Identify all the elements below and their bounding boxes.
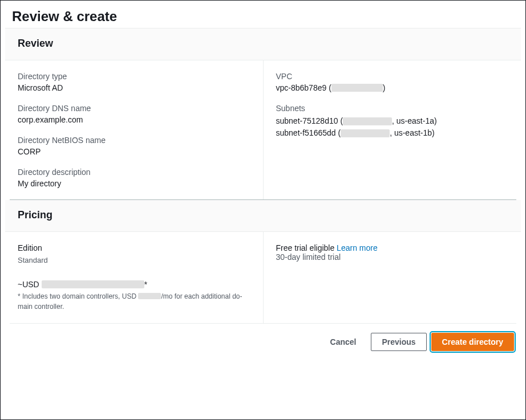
description-group: Directory description My directory [18, 168, 250, 188]
container: Review Directory type Microsoft AD Direc… [1, 28, 525, 365]
netbios-label: Directory NetBIOS name [18, 136, 250, 145]
edition-label: Edition [18, 243, 250, 252]
dns-name-value: corp.example.com [18, 115, 250, 124]
footer-actions: Cancel Previous Create directory [5, 324, 521, 360]
dns-name-label: Directory DNS name [18, 104, 250, 113]
subnet-2: subnet-f51665dd (, us-east-1b) [276, 127, 509, 139]
subnets-label: Subnets [276, 104, 509, 113]
vpc-group: VPC vpc-8b6b78e9 () [276, 72, 509, 92]
subnet-2-redacted [341, 129, 390, 137]
subnets-group: Subnets subnet-75128d10 (, us-east-1a) s… [276, 104, 509, 139]
page-title: Review & create [1, 1, 525, 28]
vpc-prefix: vpc-8b6b78e9 ( [276, 83, 331, 92]
directory-type-value: Microsoft AD [18, 83, 250, 92]
directory-type-label: Directory type [18, 72, 250, 81]
pricing-footnote-suffix: /mo for each additional do- [161, 292, 242, 300]
pricing-heading: Pricing [18, 209, 508, 221]
description-value: My directory [18, 179, 250, 188]
netbios-group: Directory NetBIOS name CORP [18, 136, 250, 156]
subnet-2-prefix: subnet-f51665dd ( [276, 128, 341, 137]
cancel-button[interactable]: Cancel [320, 333, 367, 351]
pricing-price-suffix: * [144, 280, 147, 289]
subnet-2-suffix: , us-east-1b) [390, 128, 435, 137]
pricing-price: ~USD * [18, 280, 250, 289]
pricing-right-col: Free trial eligible Learn more 30-day li… [263, 232, 521, 323]
pricing-footnote-line2: main controller. [18, 303, 64, 311]
subnet-1-redacted [343, 117, 392, 125]
pricing-section-header: Pricing [5, 200, 521, 232]
freetrial-value: 30-day limited trial [276, 252, 509, 262]
freetrial-label-row: Free trial eligible Learn more [276, 243, 509, 252]
create-directory-button[interactable]: Create directory [431, 333, 514, 351]
review-left-col: Directory type Microsoft AD Directory DN… [5, 60, 263, 199]
freetrial-label: Free trial eligible [276, 243, 337, 252]
review-right-col: VPC vpc-8b6b78e9 () Subnets subnet-75128… [263, 60, 521, 199]
subnet-1-prefix: subnet-75128d10 ( [276, 116, 343, 125]
review-section-header: Review [5, 28, 521, 60]
learn-more-link[interactable]: Learn more [337, 243, 378, 252]
edition-group: Edition Standard ~USD * * Includes two d… [18, 243, 250, 312]
description-label: Directory description [18, 168, 250, 177]
pricing-footnote-redacted [138, 293, 161, 299]
pricing-panel: Edition Standard ~USD * * Includes two d… [5, 232, 521, 323]
pricing-left-col: Edition Standard ~USD * * Includes two d… [5, 232, 263, 323]
netbios-value: CORP [18, 147, 250, 156]
vpc-redacted [331, 84, 383, 92]
vpc-value: vpc-8b6b78e9 () [276, 83, 509, 92]
previous-button[interactable]: Previous [371, 333, 426, 351]
directory-type-group: Directory type Microsoft AD [18, 72, 250, 92]
vpc-suffix: ) [383, 83, 386, 92]
pricing-price-redacted [42, 280, 144, 288]
pricing-footnote: * Includes two domain controllers, USD /… [18, 291, 250, 312]
freetrial-group: Free trial eligible Learn more 30-day li… [276, 243, 509, 262]
subnet-1: subnet-75128d10 (, us-east-1a) [276, 115, 509, 127]
subnet-1-suffix: , us-east-1a) [392, 116, 437, 125]
vpc-label: VPC [276, 72, 509, 81]
pricing-footnote-prefix: * Includes two domain controllers, USD [18, 292, 138, 300]
pricing-price-prefix: ~USD [18, 280, 42, 289]
review-heading: Review [18, 38, 508, 50]
dns-name-group: Directory DNS name corp.example.com [18, 104, 250, 124]
edition-value: Standard [18, 255, 250, 266]
review-panel: Directory type Microsoft AD Directory DN… [5, 60, 521, 199]
